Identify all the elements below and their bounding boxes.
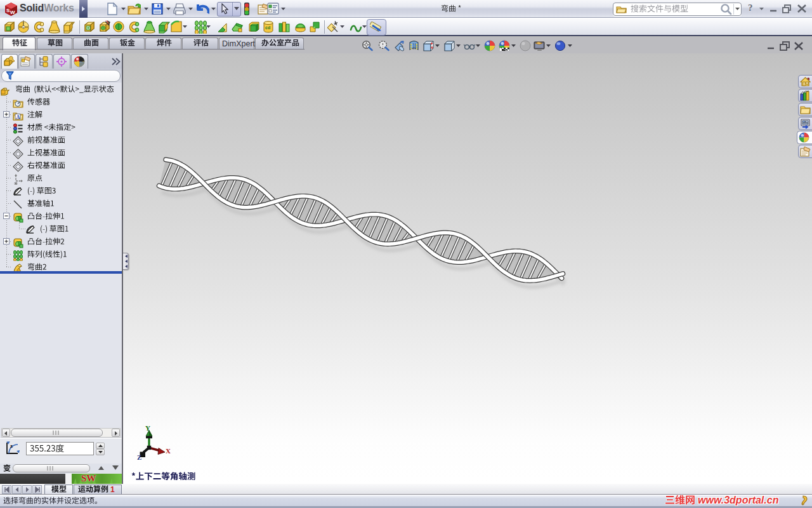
svg-text:cd: cd xyxy=(265,25,270,30)
svg-text:z: z xyxy=(10,443,13,449)
